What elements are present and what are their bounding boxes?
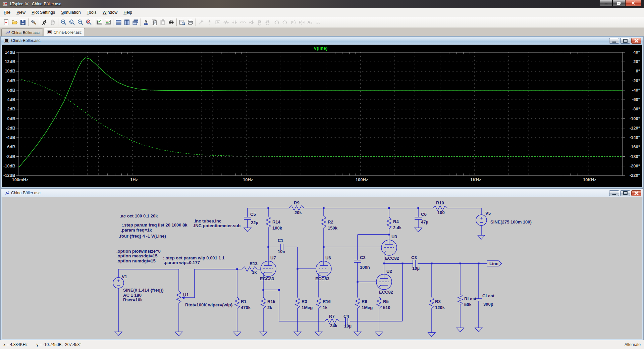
label-net-icon: A <box>215 19 221 26</box>
y-axis-phase-label: -120° <box>630 126 640 131</box>
svg-text:F: F <box>291 20 293 24</box>
schematic-text: R3 <box>302 299 307 304</box>
toolbar-separator <box>58 18 58 26</box>
menu-simulation[interactable]: Simulation <box>58 8 84 17</box>
move-button <box>256 18 264 27</box>
y-axis-db-label: -8dB <box>6 154 15 159</box>
trace-magnitude <box>19 58 623 167</box>
y-axis-db-label: 10dB <box>5 68 15 73</box>
plot-settings-button[interactable] <box>104 18 112 27</box>
waveform-minimize-button[interactable] <box>609 38 619 44</box>
autorange-button[interactable] <box>95 18 104 27</box>
menu-file[interactable]: File <box>1 8 13 17</box>
schematic-close-button[interactable] <box>631 190 641 196</box>
waveform-close-button[interactable] <box>631 38 641 44</box>
schematic-minimize-button[interactable] <box>609 190 619 196</box>
menu-tools[interactable]: Tools <box>84 8 100 17</box>
waveform-maximize-button[interactable] <box>620 38 630 44</box>
toolbar-separator <box>176 18 177 26</box>
ground-icon <box>206 19 213 26</box>
undo-icon <box>273 19 280 26</box>
cascade-icon <box>132 19 139 26</box>
schematic-tab-icon <box>5 30 10 35</box>
copy-button[interactable] <box>150 18 159 27</box>
schematic-text: 1Meg <box>302 305 313 310</box>
schematic-canvas[interactable]: R920kC522µR14100kR2150kR42.4kC647µR10100… <box>2 197 642 339</box>
minimize-button[interactable] <box>600 0 612 6</box>
schematic-text: 150k <box>328 226 338 231</box>
schematic-text: .param freq=1k <box>121 228 152 233</box>
y-axis-db-label: -4dB <box>6 135 15 140</box>
schematic-text: R9 <box>294 200 300 205</box>
schematic-text: .option plotwinsize=0 <box>116 249 161 254</box>
zoom-out-button[interactable] <box>76 18 85 27</box>
y-axis-phase-label: -180° <box>630 154 640 159</box>
schematic-text: C6 <box>421 212 427 217</box>
menu-help[interactable]: Help <box>120 8 135 17</box>
schematic-doc-icon <box>4 191 9 196</box>
tile-horizontal-button[interactable] <box>114 18 123 27</box>
schematic-text: ECC82 <box>385 256 399 261</box>
schematic-text: R15 <box>267 299 275 304</box>
waveform-window-title: China-Böller.asc <box>11 38 40 43</box>
find-button[interactable] <box>167 18 175 27</box>
schematic-text: 47µ <box>421 219 428 225</box>
y-axis-db-label: 6dB <box>7 88 15 93</box>
y-axis-db-label: 8dB <box>7 78 15 83</box>
find-icon <box>168 19 174 26</box>
svg-text:F: F <box>303 20 305 24</box>
schematic-text: U6 <box>325 255 331 260</box>
save-button[interactable] <box>19 18 27 27</box>
schematic-text: SINE(0 1.414 {freq}) <box>123 288 164 293</box>
mirror-button: FF <box>298 18 306 27</box>
schematic-text: R10 <box>436 200 444 205</box>
close-button[interactable] <box>625 0 641 6</box>
zoom-back-button[interactable] <box>85 18 93 27</box>
bode-plot[interactable]: 14dB40°12dB20°10dB0°8dB-20°6dB-40°4dB-60… <box>2 45 642 187</box>
schematic-text: R6 <box>362 299 367 304</box>
cut-icon <box>143 19 149 26</box>
menu-plot-settings[interactable]: Plot Settings <box>29 8 58 17</box>
schematic-text: 1k <box>252 270 257 275</box>
wire-icon <box>198 19 204 26</box>
zoom-full-button[interactable] <box>68 18 76 27</box>
schematic-window-titlebar[interactable]: China-Böller.asc <box>1 189 643 197</box>
menu-window[interactable]: Window <box>100 8 120 17</box>
cut-button[interactable] <box>142 18 150 27</box>
schematic-maximize-button[interactable] <box>620 190 630 196</box>
tile-vertical-button[interactable] <box>123 18 131 27</box>
tab-2-waveform[interactable]: China-Böller.asc <box>44 28 85 36</box>
print-preview-button[interactable] <box>178 18 186 27</box>
schematic-text: C1 <box>278 238 283 243</box>
schematic-text: .four {freq} 4 -1 V(Line) <box>119 234 166 239</box>
schematic-text: 24k <box>330 323 337 328</box>
restore-button[interactable] <box>612 0 625 6</box>
y-axis-db-label: -6dB <box>6 144 15 149</box>
resistor-button <box>222 18 230 27</box>
plot-signal-label[interactable]: V(line) <box>314 46 327 51</box>
print-preview-icon <box>179 19 185 26</box>
toolbar-separator <box>141 18 141 26</box>
print-button[interactable] <box>186 18 195 27</box>
run-button[interactable] <box>40 18 49 27</box>
x-axis-freq-label: 10KHz <box>583 177 596 182</box>
open-button[interactable] <box>10 18 19 27</box>
schematic-text: R8 <box>435 299 441 304</box>
schematic-text: 1Meg <box>362 305 373 310</box>
y-axis-db-label: -10dB <box>3 163 15 168</box>
menu-view[interactable]: View <box>13 8 29 17</box>
schematic-drawing[interactable]: R920kC522µR14100kR2150kR42.4kC647µR10100… <box>2 197 642 339</box>
schematic-text: .inc tubes.inc <box>194 218 221 223</box>
y-axis-phase-label: -20° <box>632 78 640 83</box>
cascade-button[interactable] <box>131 18 140 27</box>
schematic-text: 10n <box>278 249 285 254</box>
schematic-text: 1k <box>323 305 328 310</box>
tab-1-schematic[interactable]: China-Böller.asc <box>1 29 43 36</box>
new-schematic-button[interactable] <box>2 18 10 27</box>
schematic-text: R16 <box>323 299 331 304</box>
waveform-plot-area[interactable]: 14dB40°12dB20°10dB0°8dB-20°6dB-40°4dB-60… <box>2 45 642 187</box>
tabbar: China-Böller.ascChina-Böller.asc <box>0 28 644 36</box>
zoom-in-button[interactable] <box>59 18 68 27</box>
control-panel-button[interactable] <box>30 18 38 27</box>
waveform-window-titlebar[interactable]: China-Böller.asc <box>1 37 643 45</box>
